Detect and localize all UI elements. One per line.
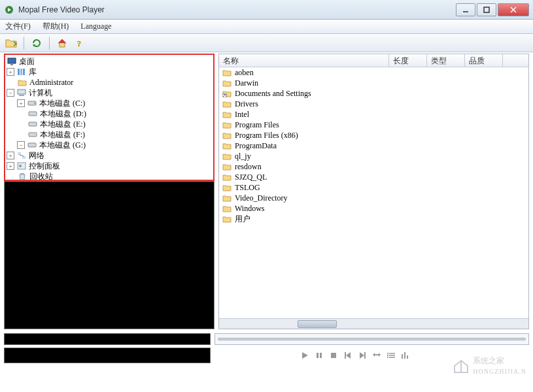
tree-label: 控制面板	[29, 161, 60, 172]
tree-node-desktop[interactable]: 桌面	[7, 56, 212, 67]
maximize-button[interactable]	[477, 3, 496, 16]
svg-rect-34	[331, 353, 336, 358]
svg-rect-19	[29, 112, 37, 116]
svg-rect-24	[22, 156, 26, 159]
svg-rect-45	[402, 354, 403, 359]
tree-label: Administrator	[29, 78, 73, 88]
header-length[interactable]: 长度	[389, 54, 427, 67]
expand-icon[interactable]: +	[17, 99, 25, 107]
tree-node-control[interactable]: + 控制面板	[7, 161, 212, 171]
collapse-icon[interactable]: −	[7, 89, 14, 97]
toolbar-separator	[24, 37, 24, 50]
svg-rect-46	[404, 352, 405, 359]
refresh-button[interactable]	[29, 36, 44, 50]
equalizer-button[interactable]	[400, 350, 411, 361]
tree-node-drive-d[interactable]: 本地磁盘 (D:)	[7, 108, 212, 119]
expand-icon[interactable]: +	[7, 68, 14, 76]
folder-tree[interactable]: 桌面 + 库 Administrator − 计算机 + 本地磁盘 (C:)	[4, 54, 215, 181]
watermark-icon	[452, 357, 470, 375]
tree-node-drive-g[interactable]: − 本地磁盘 (G:)	[7, 140, 212, 150]
list-item-label: Intel	[235, 110, 249, 120]
svg-marker-8	[58, 39, 66, 43]
folder-icon	[222, 110, 232, 119]
folder-icon	[222, 131, 232, 140]
window-buttons	[456, 3, 529, 16]
playlist-button[interactable]	[386, 350, 396, 361]
svg-rect-11	[10, 64, 13, 65]
tree-node-computer[interactable]: − 计算机	[7, 88, 212, 98]
list-item[interactable]: TSLOG	[219, 182, 528, 193]
folder-icon	[17, 78, 27, 87]
monitor-icon	[7, 57, 17, 66]
prev-button[interactable]	[343, 350, 353, 361]
svg-rect-14	[23, 69, 25, 75]
list-item[interactable]: Program Files	[219, 120, 528, 130]
svg-rect-22	[28, 143, 36, 147]
svg-rect-36	[345, 352, 346, 359]
list-item[interactable]: Darwin	[219, 78, 528, 88]
svg-rect-38	[364, 352, 366, 359]
tree-label: 计算机	[29, 88, 52, 99]
control-left-panel	[4, 348, 211, 363]
control-row	[4, 348, 529, 363]
expand-icon[interactable]: +	[7, 152, 14, 159]
expand-icon[interactable]: +	[7, 162, 14, 170]
tree-node-admin[interactable]: Administrator	[7, 77, 212, 88]
tree-node-library[interactable]: + 库	[7, 67, 212, 77]
svg-rect-44	[387, 357, 388, 358]
folder-icon	[222, 99, 232, 108]
stop-button[interactable]	[328, 350, 339, 361]
svg-rect-15	[18, 90, 26, 94]
list-item[interactable]: Program Files (x86)	[219, 130, 528, 140]
svg-rect-32	[317, 353, 318, 358]
list-body[interactable]: aobenDarwinDocuments and SettingsDrivers…	[219, 67, 528, 318]
help-button[interactable]: ?	[73, 36, 88, 50]
pause-button[interactable]	[314, 350, 324, 361]
tree-node-drive-e[interactable]: 本地磁盘 (E:)	[7, 119, 212, 129]
list-item[interactable]: ql_jy	[219, 151, 528, 161]
title-bar: Mopal Free Video Player	[0, 0, 533, 20]
expand-icon[interactable]: −	[17, 141, 25, 149]
list-item[interactable]: Documents and Settings	[219, 88, 528, 99]
close-button[interactable]	[498, 3, 529, 16]
seek-bar[interactable]	[215, 333, 529, 345]
list-item-label: Windows	[235, 204, 265, 214]
header-quality[interactable]: 品质	[465, 54, 503, 67]
list-item[interactable]: Windows	[219, 203, 528, 214]
app-icon	[4, 5, 14, 15]
header-name[interactable]: 名称	[219, 54, 389, 67]
tree-node-drive-c[interactable]: + 本地磁盘 (C:)	[7, 98, 212, 108]
next-button[interactable]	[357, 350, 368, 361]
list-item[interactable]: Intel	[219, 109, 528, 120]
tree-node-recycle[interactable]: 回收站	[7, 171, 212, 181]
svg-rect-13	[20, 69, 22, 75]
list-item[interactable]: Drivers	[219, 99, 528, 109]
svg-rect-43	[387, 355, 388, 356]
menu-file[interactable]: 文件(F)	[3, 20, 33, 33]
folder-icon	[222, 172, 232, 182]
svg-text:?: ?	[77, 39, 81, 48]
list-item[interactable]: resdown	[219, 161, 528, 172]
home-button[interactable]	[55, 36, 69, 50]
list-item[interactable]: Video_Directory	[219, 193, 528, 203]
open-folder-button[interactable]	[4, 36, 18, 50]
svg-rect-33	[320, 353, 322, 358]
horizontal-scrollbar[interactable]	[219, 318, 528, 329]
list-item-label: SJZQ_QL	[235, 172, 267, 182]
list-item[interactable]: 用户	[219, 214, 528, 224]
menu-language[interactable]: Language	[78, 20, 114, 33]
play-button[interactable]	[300, 350, 310, 361]
menu-help[interactable]: 帮助(H)	[40, 20, 72, 33]
tree-node-network[interactable]: + 网络	[7, 150, 212, 161]
header-type[interactable]: 类型	[427, 54, 465, 67]
scrollbar-thumb[interactable]	[298, 320, 337, 328]
list-item[interactable]: aoben	[219, 67, 528, 78]
list-item[interactable]: ProgramData	[219, 140, 528, 151]
folder-icon	[222, 141, 232, 150]
minimize-button[interactable]	[456, 3, 475, 16]
tree-label: 网络	[29, 150, 44, 161]
svg-marker-35	[346, 352, 351, 359]
repeat-button[interactable]	[371, 350, 382, 361]
tree-node-drive-f[interactable]: 本地磁盘 (F:)	[7, 129, 212, 140]
list-item[interactable]: SJZQ_QL	[219, 172, 528, 182]
